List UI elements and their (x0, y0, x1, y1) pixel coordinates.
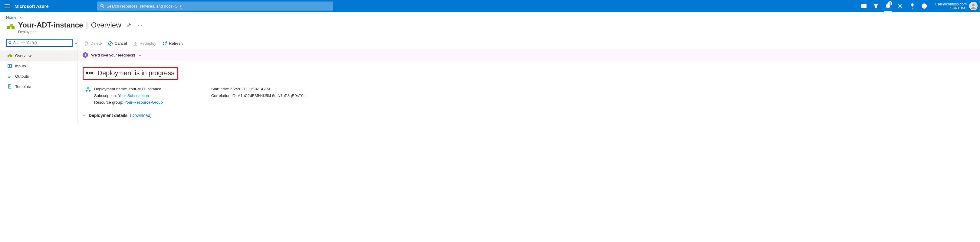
sidebar: « Overview Inputs Outputs Template (0, 38, 78, 124)
notifications-icon[interactable]: 1 (882, 0, 894, 12)
deployment-status: Deployment is in progress (83, 67, 178, 80)
correlation-id-value: A1bC2dE3fH4iJ5kL6mN7oP8qR9sT0u (238, 93, 306, 98)
overview-icon (7, 53, 12, 58)
chevron-down-icon (83, 114, 86, 117)
global-search[interactable] (97, 2, 333, 11)
sidebar-item-label: Template (15, 84, 31, 89)
pin-button[interactable] (124, 21, 133, 29)
user-tenant: CONTOSO (935, 6, 967, 10)
svg-rect-1 (5, 6, 10, 6)
sidebar-item-label: Inputs (15, 64, 26, 68)
resource-group-label: Resource group: (94, 100, 123, 104)
redeploy-button[interactable]: Redeploy (130, 39, 159, 48)
start-time-label: Start time: (211, 87, 229, 91)
search-icon (100, 4, 104, 8)
avatar (969, 2, 978, 10)
user-email: user@contoso.com (935, 2, 967, 6)
feedback-rocket-icon (83, 52, 88, 58)
status-headline: Deployment is in progress (97, 69, 174, 77)
breadcrumb: Home > (0, 12, 980, 21)
trash-icon (84, 41, 89, 46)
svg-point-8 (925, 5, 926, 6)
progress-dots-icon (86, 72, 93, 74)
cancel-icon (108, 41, 113, 46)
svg-point-19 (86, 90, 88, 92)
sidebar-item-inputs[interactable]: Inputs (0, 61, 78, 71)
svg-rect-0 (5, 4, 10, 5)
svg-point-20 (89, 90, 91, 92)
svg-point-6 (922, 4, 927, 8)
svg-point-9 (972, 4, 975, 6)
breadcrumb-separator: > (19, 15, 21, 20)
search-icon (8, 41, 12, 45)
main-content: Delete Cancel Redeploy Refresh We'd love… (78, 38, 980, 124)
download-link[interactable]: (Download) (130, 113, 152, 118)
refresh-button[interactable]: Refresh (160, 39, 185, 48)
user-account[interactable]: user@contoso.com CONTOSO (931, 2, 980, 10)
svg-point-4 (899, 5, 901, 7)
delete-button[interactable]: Delete (81, 39, 104, 48)
cloud-shell-icon[interactable] (858, 0, 870, 12)
svg-point-7 (923, 5, 924, 6)
sidebar-item-template[interactable]: Template (0, 81, 78, 92)
sidebar-item-outputs[interactable]: Outputs (0, 71, 78, 81)
template-icon (7, 84, 12, 89)
adt-resource-icon (85, 86, 91, 92)
start-time-value: 6/2/2021, 11:24:14 AM (230, 87, 270, 91)
refresh-icon (162, 41, 167, 46)
resource-name: Your-ADT-instance (18, 21, 83, 29)
title-separator: | (86, 21, 88, 29)
svg-rect-2 (5, 8, 10, 8)
settings-icon[interactable] (894, 0, 906, 12)
notification-badge: 1 (888, 1, 892, 5)
page-header: Your-ADT-instance | Overview ⋯ Deploymen… (0, 21, 980, 38)
azure-topbar: Microsoft Azure 1 user@contoso.com (0, 0, 980, 12)
svg-point-5 (912, 8, 913, 8)
subscription-label: Subscription: (94, 93, 117, 98)
collapse-sidebar-button[interactable]: « (75, 41, 78, 45)
sidebar-item-overview[interactable]: Overview (0, 51, 78, 61)
inputs-icon (7, 63, 12, 68)
command-bar: Delete Cancel Redeploy Refresh (78, 38, 980, 49)
topbar-actions: 1 user@contoso.com CONTOSO (858, 0, 980, 12)
resource-group-link[interactable]: Your-Resource-Group (124, 100, 163, 104)
resource-subtype: Deployment (18, 30, 144, 34)
svg-rect-15 (10, 55, 12, 57)
help-icon[interactable] (906, 0, 918, 12)
arrow-right-icon: → (138, 53, 142, 57)
breadcrumb-home[interactable]: Home (6, 15, 17, 20)
sidebar-item-label: Overview (15, 54, 32, 58)
deployment-details-label: Deployment details (89, 113, 127, 118)
feedback-icon[interactable] (918, 0, 931, 12)
svg-rect-12 (11, 26, 14, 29)
cancel-button[interactable]: Cancel (106, 39, 129, 48)
sidebar-search[interactable] (6, 39, 73, 47)
svg-point-18 (87, 87, 89, 89)
correlation-id-label: Correlation ID: (211, 93, 237, 98)
sidebar-item-label: Outputs (15, 74, 29, 79)
global-search-input[interactable] (107, 4, 330, 8)
sidebar-search-input[interactable] (13, 41, 70, 45)
feedback-text: We'd love your feedback! (91, 53, 135, 57)
deployment-name-value: Your-ADT-instance (128, 87, 161, 91)
deployment-name-label: Deployment name: (94, 87, 127, 91)
directory-filter-icon[interactable] (870, 0, 882, 12)
redeploy-icon (133, 41, 138, 46)
feedback-banner[interactable]: We'd love your feedback! → (78, 49, 980, 61)
section-name: Overview (91, 21, 121, 29)
deployment-details-toggle[interactable]: Deployment details (Download) (83, 113, 975, 118)
more-button[interactable]: ⋯ (136, 21, 144, 29)
resource-group-icon (6, 21, 16, 31)
brand-label[interactable]: Microsoft Azure (14, 4, 61, 9)
outputs-icon (7, 74, 12, 79)
subscription-link[interactable]: Your-Subscription (118, 93, 149, 98)
hamburger-menu[interactable] (0, 0, 14, 12)
